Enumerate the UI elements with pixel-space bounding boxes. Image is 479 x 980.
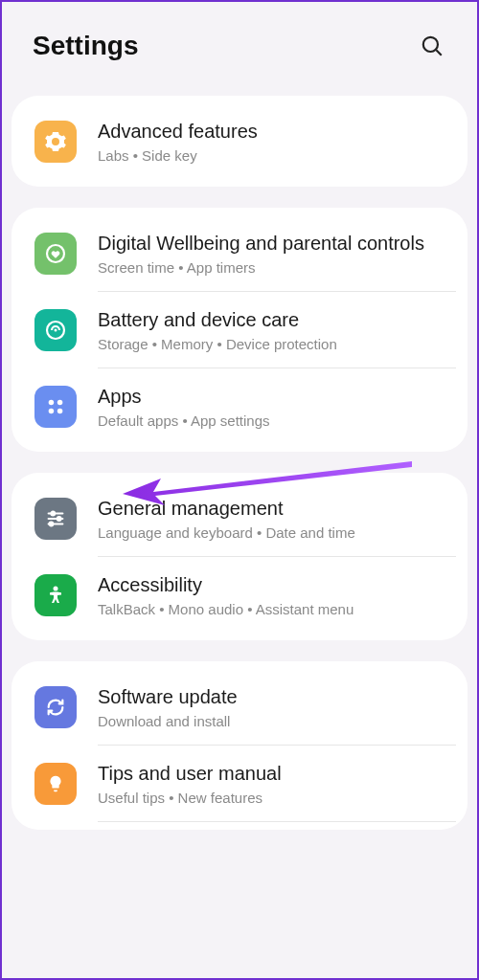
row-title: Advanced features [98, 119, 445, 144]
lightbulb-icon [34, 763, 77, 805]
row-general-management[interactable]: General management Language and keyboard… [11, 480, 468, 556]
svg-point-5 [49, 400, 55, 406]
row-text: Digital Wellbeing and parental controls … [98, 231, 445, 276]
svg-point-0 [423, 37, 438, 52]
refresh-icon [34, 686, 77, 728]
row-subtitle: Download and install [98, 713, 445, 729]
row-apps[interactable]: Apps Default apps • App settings [11, 368, 468, 444]
row-software-update[interactable]: Software update Download and install [11, 669, 468, 745]
svg-point-12 [57, 517, 61, 521]
row-title: Software update [98, 684, 445, 709]
svg-point-14 [50, 523, 54, 526]
row-text: Apps Default apps • App settings [98, 384, 445, 429]
row-text: General management Language and keyboard… [98, 496, 445, 541]
search-button[interactable] [418, 32, 446, 60]
apps-grid-icon [34, 386, 77, 428]
row-subtitle: Useful tips • New features [98, 790, 445, 806]
svg-point-4 [55, 329, 57, 332]
gear-icon [34, 121, 77, 163]
row-title: Digital Wellbeing and parental controls [98, 231, 445, 256]
page-title: Settings [33, 31, 138, 61]
row-accessibility[interactable]: Accessibility TalkBack • Mono audio • As… [11, 557, 468, 633]
svg-point-15 [54, 587, 58, 591]
svg-point-10 [51, 512, 55, 516]
care-icon [34, 309, 77, 351]
settings-list: Advanced features Labs • Side key Digita… [2, 96, 477, 830]
row-title: Battery and device care [98, 307, 445, 332]
row-text: Battery and device care Storage • Memory… [98, 307, 445, 352]
svg-line-1 [436, 50, 441, 55]
row-digital-wellbeing[interactable]: Digital Wellbeing and parental controls … [11, 215, 468, 291]
row-tips-user-manual[interactable]: Tips and user manual Useful tips • New f… [11, 746, 468, 821]
row-subtitle: Labs • Side key [98, 147, 445, 164]
search-icon [420, 33, 445, 58]
row-text: Accessibility TalkBack • Mono audio • As… [98, 572, 445, 617]
svg-point-7 [49, 409, 55, 414]
row-title: Tips and user manual [98, 761, 445, 786]
settings-group: Software update Download and install Tip… [11, 661, 468, 830]
row-advanced-features[interactable]: Advanced features Labs • Side key [11, 103, 468, 179]
sliders-icon [34, 498, 77, 540]
row-title: Accessibility [98, 572, 445, 597]
row-text: Advanced features Labs • Side key [98, 119, 445, 164]
row-subtitle: Storage • Memory • Device protection [98, 336, 445, 352]
svg-point-6 [57, 400, 63, 406]
row-subtitle: Default apps • App settings [98, 412, 445, 429]
settings-group: General management Language and keyboard… [11, 473, 468, 640]
row-battery-device-care[interactable]: Battery and device care Storage • Memory… [11, 292, 468, 368]
divider [98, 821, 456, 822]
row-title: Apps [98, 384, 445, 409]
heart-circle-icon [34, 233, 77, 275]
row-subtitle: Screen time • App timers [98, 259, 445, 276]
row-subtitle: Language and keyboard • Date and time [98, 524, 445, 541]
settings-group: Digital Wellbeing and parental controls … [11, 208, 468, 452]
person-icon [34, 574, 77, 616]
row-text: Software update Download and install [98, 684, 445, 729]
header: Settings [2, 2, 477, 96]
row-subtitle: TalkBack • Mono audio • Assistant menu [98, 601, 445, 617]
settings-group: Advanced features Labs • Side key [11, 96, 468, 187]
row-text: Tips and user manual Useful tips • New f… [98, 761, 445, 806]
row-title: General management [98, 496, 445, 521]
svg-point-8 [57, 409, 63, 414]
